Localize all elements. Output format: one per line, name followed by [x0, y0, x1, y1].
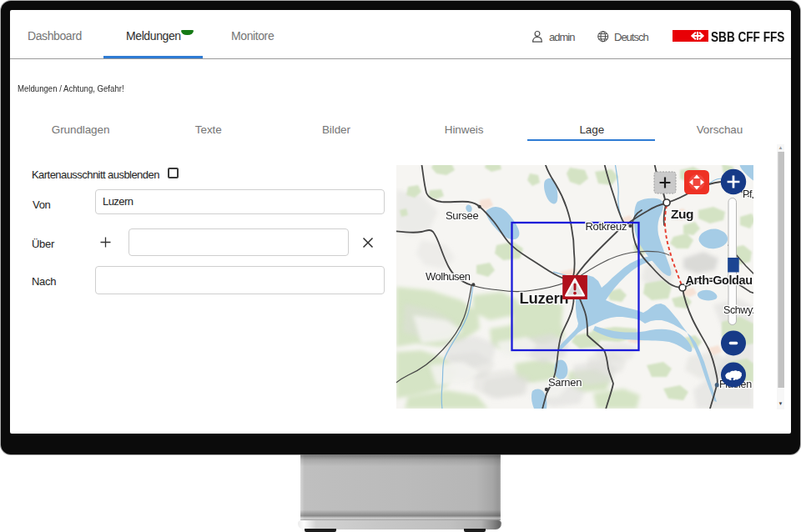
- svg-text:Rotkreuz: Rotkreuz: [586, 220, 627, 233]
- svg-text:Sarnen: Sarnen: [548, 376, 582, 389]
- svg-text:Schwyz: Schwyz: [723, 304, 753, 316]
- svg-text:Luzern: Luzern: [520, 289, 569, 307]
- svg-text:Zug: Zug: [671, 207, 693, 221]
- svg-text:Sursee: Sursee: [446, 209, 478, 222]
- svg-text:Arth-Goldau: Arth-Goldau: [686, 274, 753, 287]
- svg-text:Pf: Pf: [743, 188, 753, 200]
- svg-text:Wolhusen: Wolhusen: [426, 270, 471, 283]
